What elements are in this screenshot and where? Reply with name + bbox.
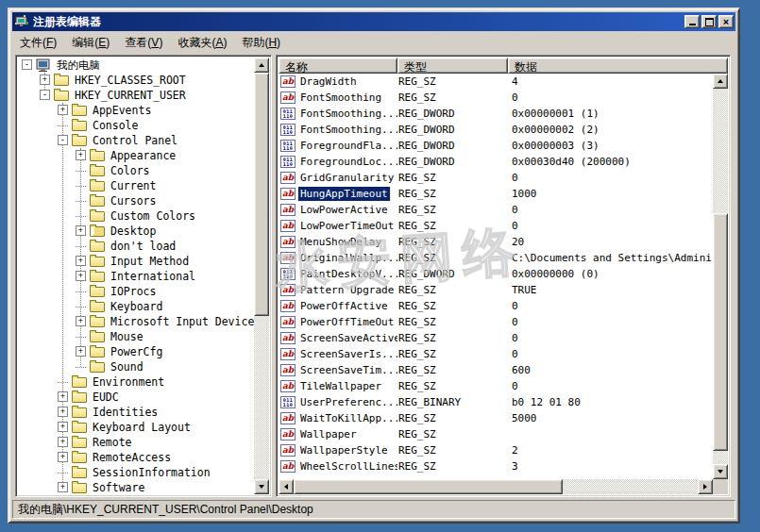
registry-value-row[interactable]: 011110PaintDesktopV...REG_DWORD0x0000000…: [279, 266, 713, 282]
tree-node[interactable]: Current: [18, 178, 254, 193]
value-type: REG_SZ: [397, 428, 509, 441]
registry-value-row[interactable]: abTileWallpaperREG_SZ0: [279, 378, 713, 394]
tree-node[interactable]: -Control Panel: [18, 133, 254, 148]
tree-connector: [76, 367, 86, 368]
expand-toggle-icon[interactable]: +: [58, 422, 68, 432]
expand-toggle-icon[interactable]: -: [22, 59, 32, 70]
expand-toggle-icon[interactable]: +: [76, 256, 86, 266]
registry-value-row[interactable]: abHungAppTimeoutREG_SZ1000: [279, 186, 713, 202]
expand-toggle-icon[interactable]: +: [58, 391, 68, 402]
tree-node[interactable]: +PowerCfg: [18, 344, 254, 359]
expand-toggle-icon[interactable]: +: [58, 482, 68, 492]
scroll-thumb[interactable]: [254, 73, 269, 316]
expand-toggle-icon[interactable]: +: [76, 150, 86, 160]
expand-toggle-icon[interactable]: +: [76, 271, 86, 281]
tree-node[interactable]: Custom Colors: [18, 208, 254, 224]
tree-node[interactable]: +Remote: [18, 435, 254, 450]
registry-value-row[interactable]: abDragWidthREG_SZ4: [279, 74, 713, 90]
column-header-data[interactable]: 数据: [508, 58, 728, 74]
expand-toggle-icon[interactable]: +: [58, 437, 68, 447]
expand-toggle-icon[interactable]: +: [58, 105, 68, 115]
scroll-thumb[interactable]: [294, 479, 563, 494]
menu-item-e[interactable]: 编辑(E): [64, 32, 117, 54]
registry-value-row[interactable]: abScreenSaverIs...REG_SZ0: [279, 346, 713, 362]
registry-value-row[interactable]: abGridGranularityREG_SZ0: [279, 170, 713, 186]
registry-value-row[interactable]: 011110FontSmoothing...REG_DWORD0x0000000…: [279, 122, 713, 138]
folder-shape: [90, 317, 105, 327]
expand-toggle-icon[interactable]: +: [76, 346, 86, 357]
registry-value-row[interactable]: 011110UserPreferenc...REG_BINARYb0 12 01…: [279, 394, 713, 410]
scroll-up-button[interactable]: [713, 74, 728, 89]
tree-node[interactable]: Colors: [18, 163, 254, 178]
registry-value-row[interactable]: 011110ForegroundLoc...REG_DWORD0x00030d4…: [279, 154, 713, 170]
registry-value-row[interactable]: abFontSmoothingREG_SZ0: [279, 90, 713, 106]
close-button[interactable]: ×: [718, 15, 734, 28]
tree-node[interactable]: +Identities: [18, 405, 254, 420]
expand-toggle-icon[interactable]: +: [76, 225, 86, 236]
registry-value-row[interactable]: abOriginalWallp...REG_SZC:\Documents and…: [279, 250, 713, 266]
expand-toggle-icon[interactable]: -: [40, 90, 50, 100]
tree-node[interactable]: Console: [18, 118, 254, 133]
tree-node[interactable]: +Microsoft Input Devices: [18, 314, 254, 329]
scroll-right-button[interactable]: [698, 479, 713, 494]
tree-node[interactable]: Cursors: [18, 193, 254, 208]
expand-toggle-icon[interactable]: -: [58, 135, 68, 145]
tree-node[interactable]: +EUDC: [18, 390, 254, 405]
tree-node[interactable]: +Software: [18, 480, 254, 494]
tree-node[interactable]: -HKEY_CURRENT_USER: [18, 88, 254, 103]
tree-node[interactable]: Mouse: [18, 329, 254, 344]
registry-value-row[interactable]: abScreenSaveTim...REG_SZ600: [279, 362, 713, 378]
registry-value-row[interactable]: abScreenSaveActiveREG_SZ0: [279, 330, 713, 346]
registry-value-row[interactable]: 011110ForegroundFla...REG_DWORD0x0000000…: [279, 138, 713, 154]
minimize-button[interactable]: [684, 15, 700, 28]
menu-item-f[interactable]: 文件(F): [12, 32, 64, 54]
registry-value-row[interactable]: abWallpaperStyleREG_SZ2: [279, 442, 713, 458]
tree-node[interactable]: +RemoteAccess: [18, 450, 254, 465]
expand-toggle-icon[interactable]: +: [58, 407, 68, 417]
tree-node[interactable]: IOProcs: [18, 284, 254, 299]
list-vertical-scrollbar[interactable]: [713, 74, 728, 479]
registry-value-row[interactable]: abWheelScrollLinesREG_SZ3: [279, 458, 713, 474]
scroll-down-button[interactable]: [254, 479, 269, 494]
registry-value-row[interactable]: abWaitToKillApp...REG_SZ5000: [279, 410, 713, 426]
expand-toggle-icon[interactable]: +: [40, 75, 50, 85]
scroll-left-button[interactable]: [279, 479, 294, 494]
tree-vertical-scrollbar[interactable]: [254, 58, 269, 494]
value-data: 0: [509, 332, 713, 344]
registry-value-row[interactable]: abPowerOffTimeOutREG_SZ0: [279, 314, 713, 330]
tree-node[interactable]: Environment: [18, 374, 254, 390]
tree-node[interactable]: +International: [18, 269, 254, 284]
list-horizontal-scrollbar[interactable]: [279, 479, 713, 494]
registry-value-row[interactable]: abPowerOffActiveREG_SZ0: [279, 298, 713, 314]
tree-node[interactable]: -我的电脑: [18, 58, 254, 73]
folder-shape: [54, 75, 69, 86]
tree-node[interactable]: +Keyboard Layout: [18, 420, 254, 435]
scroll-down-button[interactable]: [713, 464, 728, 479]
expand-toggle-icon[interactable]: +: [76, 316, 86, 326]
tree-node[interactable]: +Desktop: [18, 224, 254, 239]
column-header-name[interactable]: 名称: [279, 58, 397, 74]
menu-item-a[interactable]: 收藏夹(A): [170, 32, 234, 54]
registry-value-row[interactable]: abLowPowerActiveREG_SZ0: [279, 202, 713, 218]
menu-item-h[interactable]: 帮助(H): [234, 32, 288, 54]
scroll-thumb[interactable]: [713, 213, 728, 451]
registry-value-row[interactable]: abWallpaperREG_SZ: [279, 426, 713, 442]
registry-value-row[interactable]: abLowPowerTimeOutREG_SZ0: [279, 218, 713, 234]
tree-node[interactable]: +Input Method: [18, 254, 254, 269]
column-header-type[interactable]: 类型: [397, 58, 508, 74]
maximize-button[interactable]: [701, 15, 717, 28]
tree-node[interactable]: don't load: [18, 239, 254, 254]
tree-node[interactable]: +AppEvents: [18, 103, 254, 118]
value-list-pane: 名称 类型 数据 abDragWidthREG_SZ4abFontSmoothi…: [276, 55, 731, 497]
tree-node[interactable]: Sound: [18, 359, 254, 374]
tree-node[interactable]: +HKEY_CLASSES_ROOT: [18, 73, 254, 88]
scroll-up-button[interactable]: [254, 58, 269, 73]
registry-value-row[interactable]: 011110FontSmoothing...REG_DWORD0x0000000…: [279, 106, 713, 122]
tree-node[interactable]: Keyboard: [18, 299, 254, 314]
menu-item-v[interactable]: 查看(V): [117, 32, 170, 54]
registry-value-row[interactable]: abPattern UpgradeREG_SZTRUE: [279, 282, 713, 298]
registry-value-row[interactable]: abMenuShowDelayREG_SZ20: [279, 234, 713, 250]
tree-node[interactable]: +Appearance: [18, 148, 254, 163]
expand-toggle-icon[interactable]: +: [58, 452, 68, 462]
tree-node[interactable]: SessionInformation: [18, 465, 254, 480]
